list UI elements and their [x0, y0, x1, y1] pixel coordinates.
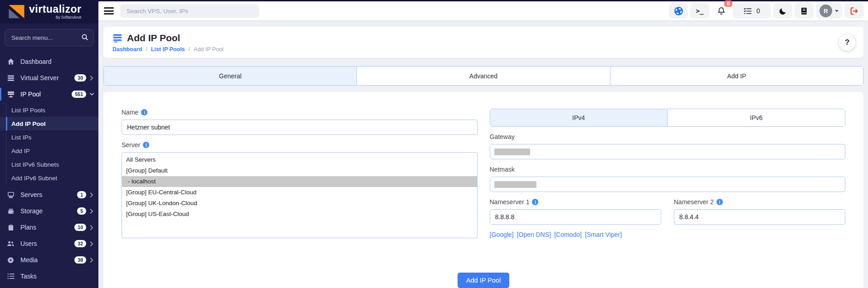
logout-button[interactable] — [844, 3, 863, 19]
dns-preset-smartviper[interactable]: [Smart Viper] — [585, 231, 622, 238]
server-listbox: All Servers [Group] Default - localhost … — [122, 152, 478, 238]
info-icon[interactable] — [717, 199, 723, 205]
sidebar-item-virtual-server[interactable]: Virtual Server 30 — [0, 70, 98, 86]
app: virtualizor By Softaculous Dashboard Vir… — [0, 0, 868, 288]
server-option[interactable]: [Group] UK-London-Cloud — [122, 198, 477, 209]
info-icon[interactable] — [532, 199, 538, 205]
sidebar-item-label: Servers — [20, 191, 77, 198]
form-right-column: IPv4 IPv6 Gateway Netmask — [490, 109, 846, 245]
ip-pool-title-icon — [112, 34, 122, 43]
sidebar-item-label: Virtual Server — [20, 74, 74, 82]
tab-general[interactable]: General — [103, 66, 357, 86]
sidebar-item-media[interactable]: Media 38 — [0, 252, 98, 268]
notifications-button[interactable]: 0 — [712, 3, 731, 19]
page-title: Add IP Pool — [127, 33, 180, 43]
count-badge: 38 — [74, 256, 86, 264]
server-option[interactable]: All Servers — [122, 154, 477, 165]
dns-preset-opendns[interactable]: [Open DNS] — [517, 231, 551, 238]
caret-down-icon — [835, 10, 839, 12]
add-ip-pool-form: Name Server All Servers [Group] Default … — [103, 92, 863, 288]
gateway-label: Gateway — [490, 133, 515, 140]
dns-presets: [Google] [Open DNS] [Comodo] [Smart Vipe… — [490, 231, 846, 238]
nameserver1-label: Nameserver 1 — [490, 198, 530, 206]
sidebar-search — [5, 29, 94, 46]
global-search-input[interactable] — [120, 4, 259, 18]
media-icon — [7, 256, 15, 264]
chevron-right-icon — [90, 76, 94, 81]
support-button[interactable] — [669, 3, 688, 19]
page-content: Add IP Pool Dashboard / List IP Pools / … — [98, 20, 868, 288]
sidebar-subitem-add-ipv6-subnet[interactable]: Add IPv6 Subnet — [0, 171, 98, 185]
sidebar-subitem-list-ipv6-subnets[interactable]: List IPv6 Subnets — [0, 158, 98, 171]
dark-mode-button[interactable] — [773, 3, 792, 19]
ip-pool-submenu: List IP Pools Add IP Pool List IPs Add I… — [0, 103, 98, 185]
topbar-actions: 0 0 R — [669, 3, 863, 19]
chevron-right-icon — [90, 225, 94, 230]
sidebar-subitem-add-ip-pool[interactable]: Add IP Pool — [0, 117, 98, 130]
brand-logo[interactable]: virtualizor By Softaculous — [0, 0, 98, 24]
logout-icon — [850, 7, 858, 15]
count-badge: 5 — [77, 207, 86, 215]
sidebar-subitem-list-ips[interactable]: List IPs — [0, 130, 98, 144]
virtual-server-icon — [7, 74, 15, 82]
ip-pool-icon — [7, 91, 15, 98]
sidebar-toggle-button[interactable] — [104, 6, 114, 16]
tab-add-ip[interactable]: Add IP — [610, 66, 863, 86]
sidebar-item-label: Plans — [20, 224, 74, 231]
home-icon — [7, 58, 15, 66]
dns-preset-comodo[interactable]: [Comodo] — [554, 231, 582, 238]
count-badge: 10 — [74, 224, 86, 231]
page-header-card: Add IP Pool Dashboard / List IP Pools / … — [103, 27, 863, 58]
sidebar: virtualizor By Softaculous Dashboard Vir… — [0, 0, 98, 288]
chevron-right-icon — [90, 209, 94, 214]
nameserver1-input[interactable] — [490, 209, 661, 225]
sidebar-item-tasks[interactable]: Tasks — [0, 268, 98, 284]
sidebar-item-users[interactable]: Users 32 — [0, 235, 98, 252]
server-option-selected[interactable]: - localhost — [122, 176, 477, 187]
add-ip-pool-submit-button[interactable]: Add IP Pool — [458, 273, 509, 288]
tab-advanced[interactable]: Advanced — [357, 66, 610, 86]
nameserver2-input[interactable] — [674, 209, 845, 225]
netmask-label: Netmask — [490, 166, 515, 173]
sidebar-item-plans[interactable]: Plans 10 — [0, 219, 98, 235]
virtualizor-logo-icon — [7, 4, 25, 20]
brand-name: virtualizor — [29, 4, 81, 14]
sidebar-subitem-list-ip-pools[interactable]: List IP Pools — [0, 103, 98, 117]
server-option[interactable]: [Group] US-East-Cloud — [122, 209, 477, 220]
sidebar-subitem-add-ip[interactable]: Add IP — [0, 144, 98, 158]
info-icon[interactable] — [141, 109, 147, 115]
breadcrumb-list-ip-pools[interactable]: List IP Pools — [151, 46, 185, 53]
server-option[interactable]: [Group] EU-Central-Cloud — [122, 187, 477, 198]
chevron-down-icon — [90, 92, 94, 96]
sidebar-item-dashboard[interactable]: Dashboard — [0, 53, 98, 70]
form-tabs: General Advanced Add IP — [103, 66, 863, 86]
ipv4-tab[interactable]: IPv4 — [490, 109, 668, 127]
breadcrumb: Dashboard / List IP Pools / Add IP Pool — [112, 46, 854, 53]
checklist-icon — [744, 8, 752, 14]
terminal-button[interactable] — [690, 3, 709, 19]
server-option[interactable]: [Group] Default — [122, 165, 477, 176]
moon-icon — [779, 7, 787, 15]
sidebar-item-label: IP Pool — [20, 91, 72, 98]
dns-preset-google[interactable]: [Google] — [490, 231, 514, 238]
help-button[interactable]: ? — [839, 34, 855, 51]
chevron-right-icon — [90, 258, 94, 263]
skeleton-bar — [494, 149, 530, 155]
name-input[interactable] — [122, 120, 478, 135]
user-menu-button[interactable]: R — [816, 3, 842, 19]
docs-button[interactable] — [795, 3, 814, 19]
task-queue-button[interactable]: 0 — [733, 3, 771, 19]
breadcrumb-dashboard[interactable]: Dashboard — [112, 46, 142, 53]
sidebar-item-storage[interactable]: Storage 5 — [0, 203, 98, 219]
netmask-input-disabled — [490, 177, 846, 192]
sidebar-item-servers[interactable]: Servers 1 — [0, 187, 98, 203]
ipv6-tab[interactable]: IPv6 — [668, 109, 845, 127]
chevron-right-icon — [90, 192, 94, 197]
info-icon[interactable] — [143, 142, 149, 148]
sidebar-search-input[interactable] — [5, 29, 94, 46]
main-area: 0 0 R — [98, 0, 868, 288]
count-badge: 30 — [74, 74, 86, 82]
bell-icon — [717, 7, 726, 15]
users-icon — [7, 240, 15, 248]
sidebar-item-ip-pool[interactable]: IP Pool 551 — [0, 86, 98, 102]
